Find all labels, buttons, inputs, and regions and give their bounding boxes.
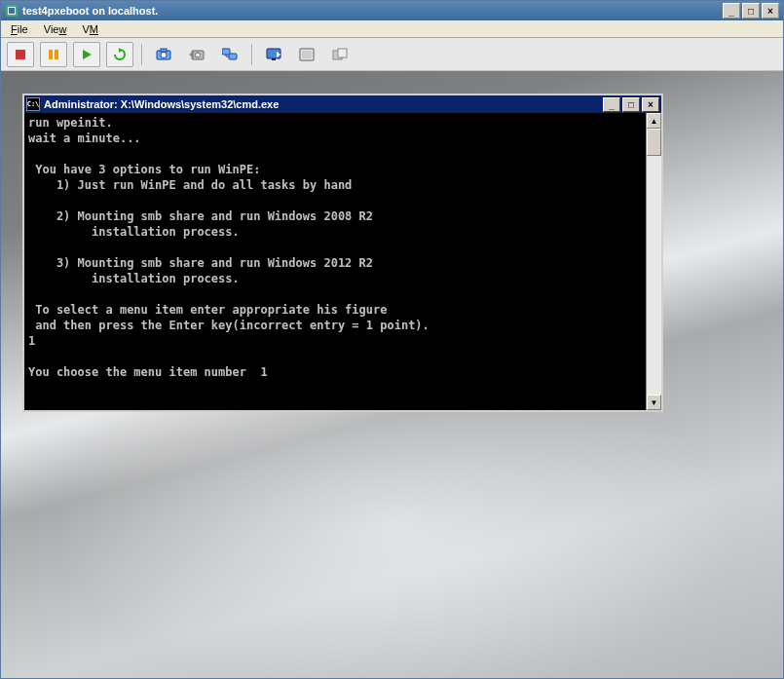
svg-rect-22: [302, 51, 312, 58]
scroll-track[interactable]: [647, 156, 661, 395]
cmd-terminal-body[interactable]: run wpeinit. wait a minute... You have 3…: [24, 113, 646, 410]
unity-button[interactable]: [326, 42, 354, 67]
vmware-icon: [5, 4, 19, 18]
outer-titlebar[interactable]: test4pxeboot on localhost. _ □ ×: [1, 1, 783, 20]
scroll-thumb[interactable]: [647, 129, 661, 156]
snapshot-manager-button[interactable]: [216, 42, 243, 67]
svg-rect-2: [9, 8, 15, 14]
svg-rect-5: [55, 50, 58, 59]
outer-title: test4pxeboot on localhost.: [22, 5, 723, 17]
cmd-scrollbar[interactable]: ▲ ▼: [646, 113, 661, 410]
guest-desktop[interactable]: C:\ Administrator: X:\Windows\system32\c…: [1, 71, 783, 678]
cmd-maximize-button[interactable]: □: [622, 97, 640, 112]
fullscreen-button[interactable]: [293, 42, 320, 67]
cmd-title: Administrator: X:\Windows\system32\cmd.e…: [44, 98, 603, 110]
menu-view[interactable]: View: [38, 22, 73, 36]
outer-maximize-button[interactable]: □: [742, 3, 760, 19]
scroll-up-button[interactable]: ▲: [647, 113, 661, 129]
cmd-minimize-button[interactable]: _: [603, 97, 620, 112]
toolbar-separator-2: [251, 44, 252, 65]
snapshot-button[interactable]: [150, 42, 177, 67]
scroll-down-button[interactable]: ▼: [647, 395, 661, 410]
vmware-window: test4pxeboot on localhost. _ □ × File Vi…: [0, 0, 784, 679]
svg-rect-19: [272, 58, 276, 60]
reset-button[interactable]: [106, 42, 133, 67]
revert-snapshot-button[interactable]: [183, 42, 210, 67]
outer-minimize-button[interactable]: _: [723, 3, 740, 19]
svg-rect-24: [338, 49, 347, 57]
svg-rect-3: [16, 50, 25, 59]
toolbar-separator: [141, 44, 142, 65]
toolbar: [1, 38, 783, 71]
svg-rect-10: [161, 49, 167, 52]
cmd-icon: C:\: [26, 97, 40, 111]
menu-vm[interactable]: VM: [76, 22, 104, 36]
menu-file[interactable]: File: [5, 22, 34, 36]
svg-marker-6: [83, 50, 92, 59]
show-console-button[interactable]: [260, 42, 287, 67]
cmd-titlebar[interactable]: C:\ Administrator: X:\Windows\system32\c…: [24, 95, 661, 113]
svg-rect-15: [229, 54, 237, 59]
svg-point-9: [161, 52, 167, 57]
svg-rect-4: [49, 50, 53, 59]
cmd-window[interactable]: C:\ Administrator: X:\Windows\system32\c…: [22, 94, 663, 412]
outer-close-button[interactable]: ×: [762, 3, 779, 19]
cmd-close-button[interactable]: ×: [642, 97, 659, 112]
power-off-button[interactable]: [7, 42, 34, 67]
power-on-button[interactable]: [73, 42, 100, 67]
menubar: File View VM: [1, 20, 783, 38]
svg-point-12: [196, 53, 201, 57]
suspend-button[interactable]: [40, 42, 67, 67]
